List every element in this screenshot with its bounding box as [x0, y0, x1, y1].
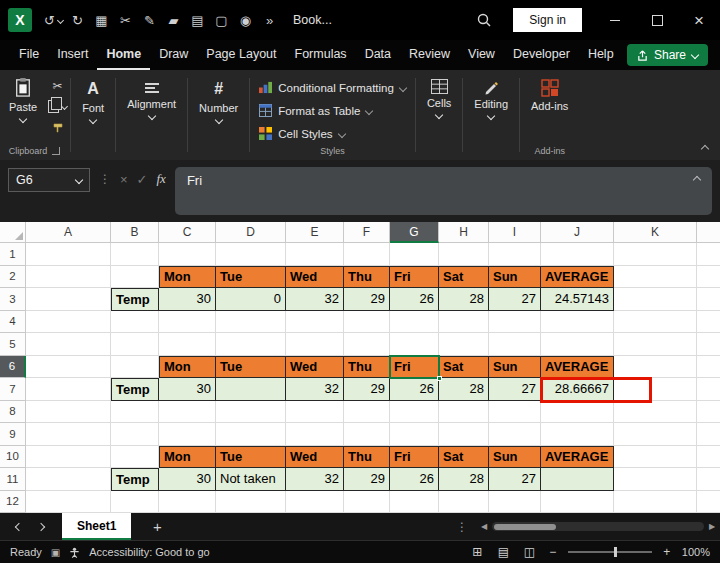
- cell-F10[interactable]: Thu: [344, 446, 390, 469]
- row-header-9[interactable]: 9: [0, 423, 26, 446]
- cell-I3[interactable]: 27: [489, 288, 541, 311]
- cell-E4[interactable]: [286, 311, 344, 334]
- column-header-B[interactable]: B: [111, 222, 159, 243]
- cell-I5[interactable]: [489, 333, 541, 356]
- column-header-F[interactable]: F: [344, 222, 390, 243]
- cell-C3[interactable]: 30: [159, 288, 216, 311]
- cell-K6[interactable]: [614, 356, 697, 379]
- name-box[interactable]: G6: [8, 168, 90, 192]
- cell-I12[interactable]: [489, 491, 541, 514]
- cell-G8[interactable]: [390, 401, 439, 424]
- alignment-group-button[interactable]: Alignment: [119, 75, 184, 123]
- cancel-icon[interactable]: ×: [120, 172, 128, 187]
- cell-J2[interactable]: AVERAGE: [541, 266, 614, 289]
- cell-C9[interactable]: [159, 423, 216, 446]
- cell-H3[interactable]: 28: [439, 288, 489, 311]
- column-header-J[interactable]: J: [541, 222, 614, 243]
- row-header-2[interactable]: 2: [0, 266, 26, 289]
- menu-tab-formulas[interactable]: Formulas: [286, 40, 356, 70]
- cell-K5[interactable]: [614, 333, 697, 356]
- page-layout-view-icon[interactable]: ▤: [495, 545, 512, 559]
- accessibility-status[interactable]: Accessibility: Good to go: [89, 546, 209, 558]
- cell-J9[interactable]: [541, 423, 614, 446]
- font-group-button[interactable]: A Font: [74, 75, 112, 127]
- row-header-11[interactable]: 11: [0, 468, 26, 491]
- cell-C4[interactable]: [159, 311, 216, 334]
- cell-H9[interactable]: [439, 423, 489, 446]
- sheet-tab-sheet1[interactable]: Sheet1: [62, 513, 131, 540]
- zoom-level[interactable]: 100%: [682, 546, 710, 558]
- cell-G6[interactable]: Fri: [390, 356, 439, 379]
- cell-K11[interactable]: [614, 468, 697, 491]
- cell-H4[interactable]: [439, 311, 489, 334]
- cell-D8[interactable]: [216, 401, 286, 424]
- cell-I9[interactable]: [489, 423, 541, 446]
- cell-C1[interactable]: [159, 243, 216, 266]
- scrollbar-splitter[interactable]: ⋮: [456, 520, 468, 534]
- cut-button[interactable]: ✂: [53, 79, 63, 92]
- table-icon[interactable]: ▦: [90, 8, 113, 32]
- cell-A4[interactable]: [26, 311, 111, 334]
- add-sheet-button[interactable]: +: [147, 518, 167, 535]
- row-header-1[interactable]: 1: [0, 243, 26, 266]
- cell-G1[interactable]: [390, 243, 439, 266]
- cell-D1[interactable]: [216, 243, 286, 266]
- hscroll-left-arrow[interactable]: ◀: [476, 522, 492, 531]
- cell-B6[interactable]: [111, 356, 159, 379]
- cell-E2[interactable]: Wed: [286, 266, 344, 289]
- cell-K9[interactable]: [614, 423, 697, 446]
- number-group-button[interactable]: # Number: [191, 75, 246, 127]
- cell-F7[interactable]: 29: [344, 378, 390, 401]
- cell-B8[interactable]: [111, 401, 159, 424]
- cell-D5[interactable]: [216, 333, 286, 356]
- cell-D11[interactable]: Not taken: [216, 468, 286, 491]
- cell-J6[interactable]: AVERAGE: [541, 356, 614, 379]
- cell-K2[interactable]: [614, 266, 697, 289]
- cell-I8[interactable]: [489, 401, 541, 424]
- column-header-E[interactable]: E: [286, 222, 344, 243]
- cell-F11[interactable]: 29: [344, 468, 390, 491]
- cell-E12[interactable]: [286, 491, 344, 514]
- row-header-10[interactable]: 10: [0, 446, 26, 469]
- cell-F5[interactable]: [344, 333, 390, 356]
- editing-group-button[interactable]: Editing: [466, 75, 516, 123]
- cell-J5[interactable]: [541, 333, 614, 356]
- cell-E1[interactable]: [286, 243, 344, 266]
- menu-tab-file[interactable]: File: [10, 40, 48, 70]
- normal-view-icon[interactable]: ⊞: [469, 545, 486, 559]
- cell-G10[interactable]: Fri: [390, 446, 439, 469]
- cell-K7[interactable]: [614, 378, 697, 401]
- cell-I1[interactable]: [489, 243, 541, 266]
- cell-J4[interactable]: [541, 311, 614, 334]
- cell-D10[interactable]: Tue: [216, 446, 286, 469]
- column-header-G[interactable]: G: [390, 222, 439, 243]
- cell-H11[interactable]: 28: [439, 468, 489, 491]
- cell-D12[interactable]: [216, 491, 286, 514]
- cells-group-button[interactable]: Cells: [419, 75, 459, 122]
- cell-C6[interactable]: Mon: [159, 356, 216, 379]
- menu-tab-page-layout[interactable]: Page Layout: [197, 40, 285, 70]
- cell-D6[interactable]: Tue: [216, 356, 286, 379]
- conditional-formatting-button[interactable]: Conditional Formatting: [259, 77, 406, 98]
- cell-D7[interactable]: [216, 378, 286, 401]
- cell-B12[interactable]: [111, 491, 159, 514]
- cell-H5[interactable]: [439, 333, 489, 356]
- cell-F4[interactable]: [344, 311, 390, 334]
- cell-K8[interactable]: [614, 401, 697, 424]
- sheet-nav-right-icon[interactable]: [30, 524, 52, 530]
- cell-I4[interactable]: [489, 311, 541, 334]
- cell-B9[interactable]: [111, 423, 159, 446]
- insert-function-icon[interactable]: fx: [157, 171, 166, 187]
- zoom-out-button[interactable]: −: [547, 545, 559, 559]
- cell-B2[interactable]: [111, 266, 159, 289]
- cell-B7[interactable]: Temp: [111, 378, 159, 401]
- cell-B3[interactable]: Temp: [111, 288, 159, 311]
- close-button[interactable]: ×: [678, 0, 720, 40]
- cell-J12[interactable]: [541, 491, 614, 514]
- row-header-12[interactable]: 12: [0, 491, 26, 514]
- cell-A12[interactable]: [26, 491, 111, 514]
- cell-G11[interactable]: 26: [390, 468, 439, 491]
- cell-G9[interactable]: [390, 423, 439, 446]
- cell-A10[interactable]: [26, 446, 111, 469]
- redo-icon[interactable]: ↻: [66, 8, 89, 32]
